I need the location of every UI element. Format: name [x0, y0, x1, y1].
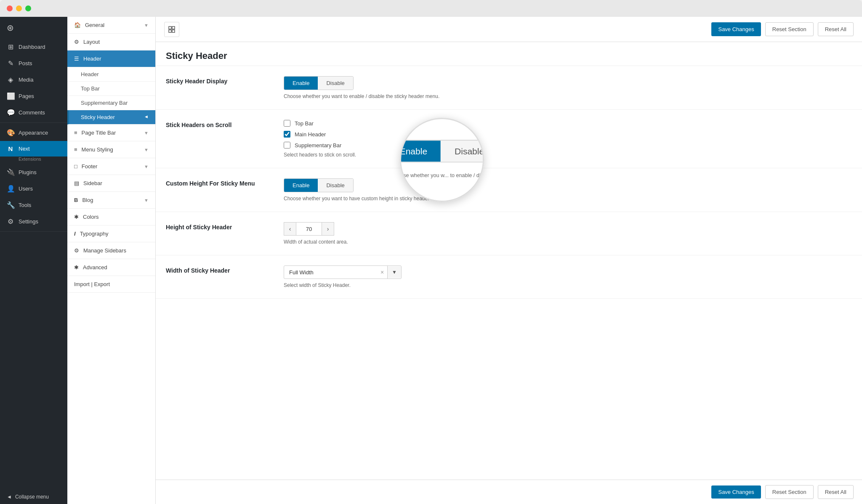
page-title-bar-label: Page Title Bar [82, 130, 116, 136]
bottom-toolbar: Save Changes Reset Section Reset All [156, 480, 862, 504]
sidebar-icon: ▤ [74, 180, 79, 186]
close-button[interactable] [7, 5, 13, 11]
checkbox-main-header-input[interactable] [284, 131, 290, 138]
blog-left: B Blog [74, 197, 93, 203]
next-icon: N [7, 145, 14, 152]
nav-item-pages[interactable]: ⬜ Pages [0, 88, 67, 104]
nav-item-plugins[interactable]: 🔌 Plugins [0, 164, 67, 180]
theme-sidebar-layout[interactable]: ⚙ Layout [67, 34, 155, 50]
svg-rect-3 [172, 30, 175, 32]
nav-item-media[interactable]: ◈ Media [0, 72, 67, 88]
grid-icon [168, 26, 175, 33]
general-chevron: ▼ [144, 23, 149, 28]
header-item-left: ☰ Header [74, 56, 101, 62]
manage-sidebars-left: ⚙ Manage Sidebars [74, 247, 126, 254]
footer-icon: □ [74, 163, 77, 170]
header-icon: ☰ [74, 56, 79, 62]
svg-rect-0 [169, 27, 171, 29]
page-title: Sticky Header [166, 50, 227, 61]
save-changes-button-bottom[interactable]: Save Changes [711, 485, 761, 499]
page-title-bar-left: ≡ Page Title Bar [74, 130, 116, 136]
save-changes-button-top[interactable]: Save Changes [711, 22, 761, 36]
reset-all-button-top[interactable]: Reset All [818, 22, 854, 36]
theme-sidebar-sidebar[interactable]: ▤ Sidebar [67, 175, 155, 192]
theme-sidebar-advanced[interactable]: ✱ Advanced [67, 259, 155, 276]
nav-label-settings: Settings [19, 218, 38, 225]
toggle-disable-sticky-header[interactable]: Disable [318, 77, 353, 90]
appearance-icon: 🎨 [7, 129, 14, 137]
sub-item-supplementary-bar[interactable]: Supplementary Bar [67, 96, 155, 110]
maximize-button[interactable] [25, 5, 31, 11]
toggle-sticky-header-display: Enable Disable [284, 76, 354, 90]
control-width: Full Width × ▼ Select width of Sticky He… [284, 265, 852, 288]
nav-item-users[interactable]: 👤 Users [0, 180, 67, 197]
checkbox-main-header-label: Main Header [295, 131, 326, 138]
minimize-button[interactable] [16, 5, 22, 11]
blog-chevron: ▼ [144, 198, 149, 203]
content-panel: Sticky Header Enable Disable Choose whet… [156, 42, 862, 480]
toggle-disable-custom-height[interactable]: Disable [318, 179, 353, 192]
main-content-area: Save Changes Reset Section Reset All Sti… [156, 17, 862, 504]
theme-sidebar-import-export[interactable]: Import | Export [67, 276, 155, 293]
blog-label: Blog [82, 197, 93, 203]
theme-sidebar-manage-sidebars[interactable]: ⚙ Manage Sidebars [67, 242, 155, 259]
reset-section-button-bottom[interactable]: Reset Section [765, 485, 814, 499]
theme-sidebar-page-title-bar[interactable]: ≡ Page Title Bar ▼ [67, 125, 155, 141]
checkbox-main-header[interactable]: Main Header [284, 131, 852, 138]
general-item-left: 🏠 General [74, 22, 104, 28]
collapse-menu-button[interactable]: ◄ Collapse menu [0, 490, 67, 504]
pages-icon: ⬜ [7, 92, 14, 100]
sidebar-label: Sidebar [83, 180, 102, 186]
nav-label-posts: Posts [19, 60, 32, 66]
colors-icon: ✱ [74, 214, 79, 220]
theme-sidebar-blog[interactable]: B Blog ▼ [67, 192, 155, 209]
wp-icon: ⊛ [7, 23, 14, 33]
import-export-left: Import | Export [74, 281, 110, 287]
theme-sidebar-general[interactable]: 🏠 General ▼ [67, 17, 155, 34]
select-arrow-width[interactable]: ▼ [388, 266, 401, 278]
theme-sidebar-footer[interactable]: □ Footer ▼ [67, 158, 155, 175]
nav-item-settings[interactable]: ⚙ Settings [0, 213, 67, 230]
toggle-enable-custom-height[interactable]: Enable [284, 179, 318, 192]
settings-icon: ⚙ [7, 218, 14, 225]
theme-sidebar-header[interactable]: ☰ Header [67, 50, 155, 67]
general-icon: 🏠 [74, 22, 81, 28]
wp-logo: ⊛ [0, 17, 67, 39]
general-label: General [85, 22, 104, 28]
checkbox-supplementary-bar-input[interactable] [284, 142, 290, 149]
sub-item-sticky-header[interactable]: Sticky Header [67, 110, 155, 125]
footer-left: □ Footer [74, 163, 97, 170]
select-width[interactable]: Full Width × ▼ [284, 265, 402, 279]
menu-styling-chevron: ▼ [144, 147, 149, 152]
stepper-decrement[interactable]: ‹ [284, 222, 296, 236]
nav-item-tools[interactable]: 🔧 Tools [0, 197, 67, 213]
header-label: Header [83, 56, 101, 62]
advanced-left: ✱ Advanced [74, 264, 107, 271]
nav-item-appearance[interactable]: 🎨 Appearance [0, 125, 67, 141]
checkbox-top-bar-input[interactable] [284, 120, 290, 127]
theme-sidebar-typography[interactable]: I Typography [67, 225, 155, 242]
layout-toggle-icon[interactable] [164, 22, 179, 37]
nav-item-posts[interactable]: ✎ Posts [0, 55, 67, 72]
toggle-enable-sticky-header[interactable]: Enable [284, 77, 318, 90]
desc-sticky-header-display: Choose whether you want to enable / disa… [284, 93, 852, 99]
sub-item-top-bar[interactable]: Top Bar [67, 82, 155, 96]
stepper-increment[interactable]: › [322, 222, 334, 236]
nav-label-users: Users [19, 186, 33, 192]
stepper-value-height[interactable] [296, 222, 322, 236]
sub-item-header[interactable]: Header [67, 67, 155, 82]
theme-sidebar-menu-styling[interactable]: ≡ Menu Styling ▼ [67, 141, 155, 158]
select-clear-width[interactable]: × [377, 266, 388, 279]
theme-sidebar-colors[interactable]: ✱ Colors [67, 209, 155, 225]
checkbox-top-bar[interactable]: Top Bar [284, 120, 852, 127]
nav-item-comments[interactable]: 💬 Comments [0, 104, 67, 121]
blog-icon: B [74, 197, 78, 203]
reset-all-button-bottom[interactable]: Reset All [818, 485, 854, 499]
advanced-icon: ✱ [74, 264, 79, 271]
nav-item-dashboard[interactable]: ⊞ Dashboard [0, 39, 67, 55]
reset-section-button-top[interactable]: Reset Section [765, 22, 814, 36]
checkbox-supplementary-bar[interactable]: Supplementary Bar [284, 142, 852, 149]
setting-row-stick-headers: Stick Headers on Scroll Top Bar Main Hea… [156, 110, 862, 168]
nav-item-next[interactable]: N Next [0, 141, 67, 157]
typography-left: I Typography [74, 231, 109, 237]
